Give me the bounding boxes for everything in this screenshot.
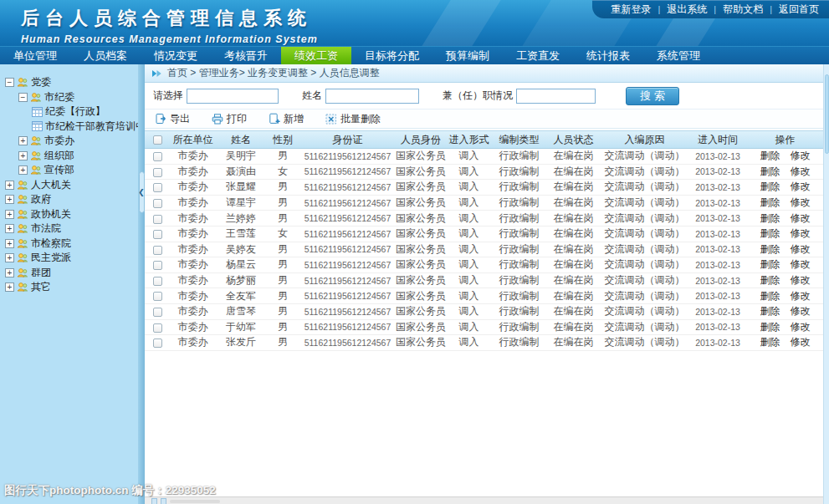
tree-item[interactable]: +群团 (0, 266, 138, 281)
top-link-1[interactable]: 退出系统 (667, 3, 707, 17)
top-link-3[interactable]: 返回首页 (779, 3, 819, 17)
edit-link[interactable]: 修改 (791, 211, 811, 226)
delete-link[interactable]: 删除 (760, 211, 780, 226)
edit-link[interactable]: 修改 (791, 242, 811, 257)
row-checkbox[interactable] (153, 168, 162, 177)
menu-item-3[interactable]: 考核晋升 (211, 47, 281, 64)
collapse-icon[interactable]: − (5, 78, 14, 87)
row-checkbox[interactable] (153, 183, 162, 192)
tree-item[interactable]: +政协机关 (0, 207, 138, 222)
row-checkbox[interactable] (153, 152, 162, 161)
select-all-checkbox[interactable] (153, 135, 162, 145)
tree-item[interactable]: +组织部 (0, 149, 138, 164)
menu-item-6[interactable]: 预算编制 (432, 47, 503, 64)
row-checkbox[interactable] (153, 261, 162, 270)
expand-icon[interactable]: + (5, 268, 14, 277)
delete-link[interactable]: 删除 (760, 180, 780, 194)
tree-item[interactable]: 市纪检干部教育培训中心 (0, 120, 138, 135)
menu-item-0[interactable]: 单位管理 (0, 47, 70, 64)
row-checkbox[interactable] (153, 292, 162, 301)
sidebar-collapse-handle[interactable]: ❮ (139, 171, 145, 213)
vertical-scrollbar[interactable] (823, 64, 829, 504)
row-checkbox[interactable] (153, 230, 162, 239)
delete-link[interactable]: 删除 (760, 304, 780, 318)
row-checkbox[interactable] (153, 246, 162, 255)
expand-icon[interactable]: + (5, 195, 14, 204)
menu-item-5[interactable]: 目标将分配 (351, 47, 432, 64)
delete-link[interactable]: 删除 (760, 227, 780, 241)
edit-link[interactable]: 修改 (791, 320, 811, 334)
edit-link[interactable]: 修改 (791, 304, 811, 318)
delete-link[interactable]: 删除 (760, 149, 780, 163)
row-checkbox[interactable] (153, 323, 162, 333)
name-input[interactable] (325, 89, 419, 104)
expand-icon[interactable]: + (18, 136, 28, 145)
tree-item[interactable]: +民主党派 (0, 251, 138, 266)
delete-link[interactable]: 删除 (760, 257, 780, 272)
expand-icon[interactable]: + (5, 253, 14, 262)
tree-item[interactable]: 纪委【行政】 (0, 104, 138, 120)
tree-item[interactable]: +政府 (0, 192, 138, 207)
row-checkbox[interactable] (153, 308, 162, 317)
tree-item[interactable]: +其它 (0, 280, 138, 295)
concurrent-post-input[interactable] (516, 89, 596, 104)
top-link-2[interactable]: 帮助文档 (723, 3, 763, 17)
expand-icon[interactable]: + (5, 283, 14, 292)
toolbar-print-button[interactable]: 打印 (212, 112, 247, 126)
expand-icon[interactable]: + (5, 239, 14, 248)
row-checkbox[interactable] (153, 199, 162, 208)
edit-link[interactable]: 修改 (791, 180, 811, 194)
expand-icon[interactable]: + (5, 210, 14, 219)
edit-link[interactable]: 修改 (791, 335, 811, 349)
scrollbar-thumb[interactable] (825, 74, 829, 154)
row-actions: 删除修改 (747, 304, 823, 318)
delete-link[interactable]: 删除 (760, 242, 780, 257)
edit-link[interactable]: 修改 (791, 289, 811, 303)
delete-link[interactable]: 删除 (760, 320, 780, 334)
row-checkbox[interactable] (153, 215, 162, 224)
menu-item-4[interactable]: 绩效工资 (281, 47, 351, 64)
toolbar-export-button[interactable]: 导出 (155, 112, 190, 126)
collapse-icon[interactable]: − (18, 93, 28, 102)
top-link-0[interactable]: 重新登录 (611, 3, 651, 17)
menu-item-2[interactable]: 情况变更 (141, 47, 211, 64)
tree-item[interactable]: +市检察院 (0, 237, 138, 252)
cell-org_type: 行政编制 (492, 180, 546, 194)
tree-item[interactable]: +市法院 (0, 221, 138, 237)
expand-icon[interactable]: + (18, 151, 28, 160)
edit-link[interactable]: 修改 (791, 257, 811, 272)
menu-item-7[interactable]: 工资直发 (503, 47, 573, 64)
cell-entry_mode: 调入 (446, 242, 492, 257)
delete-link[interactable]: 删除 (760, 289, 780, 303)
delete-link[interactable]: 删除 (760, 196, 780, 210)
unit-select-input[interactable] (187, 89, 279, 104)
menu-item-9[interactable]: 系统管理 (643, 47, 714, 64)
pagination-control[interactable] (151, 498, 157, 504)
edit-link[interactable]: 修改 (791, 165, 811, 179)
delete-link[interactable]: 删除 (760, 165, 780, 179)
toolbar-add-button[interactable]: 新增 (269, 112, 304, 126)
tree-item[interactable]: −党委 (0, 75, 138, 90)
row-checkbox[interactable] (153, 277, 162, 286)
expand-icon[interactable]: + (5, 224, 14, 233)
edit-link[interactable]: 修改 (791, 196, 811, 210)
tree-item[interactable]: +人大机关 (0, 178, 138, 193)
delete-link[interactable]: 删除 (760, 335, 780, 349)
expand-icon[interactable]: + (18, 165, 28, 175)
edit-link[interactable]: 修改 (791, 149, 811, 163)
expand-icon[interactable]: + (5, 181, 14, 190)
cell-identity: 国家公务员 (396, 257, 446, 272)
menu-item-1[interactable]: 人员档案 (70, 47, 141, 64)
edit-link[interactable]: 修改 (791, 227, 811, 241)
pagination-control[interactable] (161, 498, 166, 504)
search-button[interactable]: 搜 索 (626, 87, 679, 105)
row-checkbox[interactable] (153, 339, 162, 348)
tree-item[interactable]: +市委办 (0, 134, 138, 149)
sidebar-splitter[interactable]: ❮ (138, 64, 145, 504)
tree-item[interactable]: +宣传部 (0, 163, 138, 178)
tree-item[interactable]: −市纪委 (0, 90, 138, 105)
delete-link[interactable]: 删除 (760, 273, 780, 288)
edit-link[interactable]: 修改 (791, 273, 811, 288)
menu-item-8[interactable]: 统计报表 (573, 47, 643, 64)
toolbar-batch-delete-button[interactable]: 批量删除 (325, 112, 381, 126)
